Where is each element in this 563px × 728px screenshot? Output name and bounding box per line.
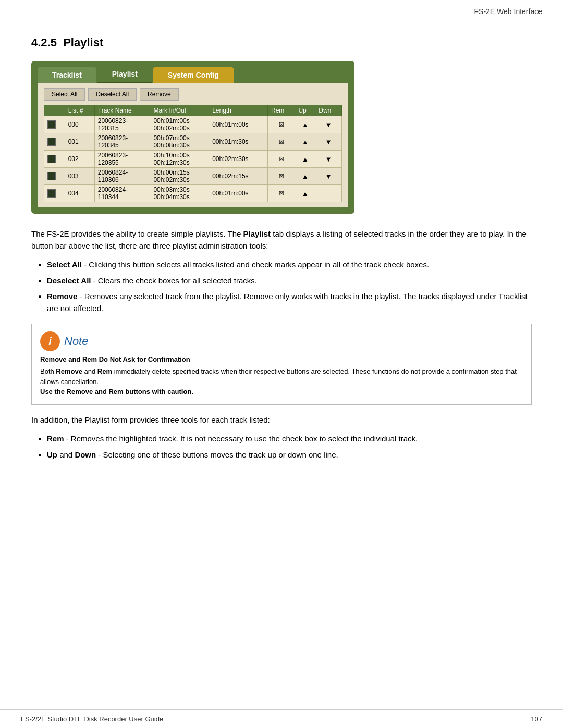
rem-icon[interactable]: ☒ (279, 121, 284, 128)
row-num: 001 (65, 133, 94, 151)
table-row: 00120060823- 12034500h:07m:00s 00h:08m:3… (44, 133, 342, 151)
col-track: Track Name (94, 105, 150, 116)
row-checkbox-cell (44, 151, 65, 168)
row-checkbox-cell (44, 185, 65, 202)
header-title: FS-2E Web Interface (474, 7, 542, 16)
row-track-name: 20060823- 120345 (94, 133, 150, 151)
table-row: 00220060823- 12035500h:10m:00s 00h:12m:3… (44, 151, 342, 168)
main-content: 4.2.5 Playlist Tracklist Playlist System… (0, 20, 563, 489)
body-paragraph: The FS-2E provides the ability to create… (31, 228, 532, 252)
down-arrow-icon[interactable]: ▼ (325, 155, 332, 163)
tab-playlist[interactable]: Playlist (97, 66, 152, 83)
col-rem: Rem (267, 105, 295, 116)
up-arrow-icon[interactable]: ▲ (302, 121, 309, 129)
select-all-button[interactable]: Select All (44, 88, 85, 101)
down-arrow-icon[interactable]: ▼ (325, 172, 332, 180)
row-rem-cell: ☒ (267, 133, 295, 151)
row-length: 00h:02m:15s (209, 168, 268, 185)
row-up-cell: ▲ (295, 168, 315, 185)
row-num: 003 (65, 168, 94, 185)
page-header: FS-2E Web Interface (0, 0, 563, 20)
row-mark: 00h:03m:30s 00h:04m:30s (150, 185, 209, 202)
col-check (44, 105, 65, 116)
row-down-cell: ▼ (315, 116, 342, 133)
rem-icon[interactable]: ☒ (279, 173, 284, 179)
row-rem-cell: ☒ (267, 116, 295, 133)
row-mark: 00h:07m:00s 00h:08m:30s (150, 133, 209, 151)
deselect-all-button[interactable]: Deselect All (88, 88, 137, 101)
row-up-cell: ▲ (295, 151, 315, 168)
row-num: 002 (65, 151, 94, 168)
row-mark: 00h:00m:15s 00h:02m:30s (150, 168, 209, 185)
table-row: 00020060823- 12031500h:01m:00s 00h:02m:0… (44, 116, 342, 133)
row-track-name: 20060824- 110306 (94, 168, 150, 185)
note-body: Both Remove and Rem immediately delete s… (40, 366, 523, 397)
row-rem-cell: ☒ (267, 185, 295, 202)
up-arrow-icon[interactable]: ▲ (302, 190, 309, 198)
rem-icon[interactable]: ☒ (279, 139, 284, 145)
bullet-deselect-all: Deselect All - Clears the check boxes fo… (47, 275, 532, 287)
footer-right: 107 (531, 715, 542, 723)
down-arrow-icon[interactable]: ▼ (325, 121, 332, 129)
row-checkbox[interactable] (47, 155, 56, 163)
note-icon: i (40, 331, 60, 351)
row-rem-cell: ☒ (267, 151, 295, 168)
row-length: 00h:01m:00s (209, 185, 268, 202)
rem-icon[interactable]: ☒ (279, 156, 284, 162)
table-row: 00320060824- 11030600h:00m:15s 00h:02m:3… (44, 168, 342, 185)
row-checkbox-cell (44, 133, 65, 151)
row-mark: 00h:10m:00s 00h:12m:30s (150, 151, 209, 168)
up-arrow-icon[interactable]: ▲ (302, 138, 309, 146)
tab-sysconfig[interactable]: System Config (153, 67, 234, 83)
row-rem-cell: ☒ (267, 168, 295, 185)
section-number: 4.2.5 (31, 36, 57, 49)
screenshot-container: Tracklist Playlist System Config Select … (31, 61, 354, 214)
down-arrow-icon[interactable]: ▼ (325, 138, 332, 146)
bullet-select-all: Select All - Clicking this button select… (47, 259, 532, 271)
row-down-cell: ▼ (315, 151, 342, 168)
bullet-rem: Rem - Removes the highlighted track. It … (47, 433, 532, 445)
col-list: List # (65, 105, 94, 116)
row-checkbox[interactable] (47, 120, 56, 129)
additional-intro: In addition, the Playlist form provides … (31, 414, 532, 426)
footer-left: FS-2/2E Studio DTE Disk Recorder User Gu… (21, 715, 163, 723)
inner-panel: Select All Deselect All Remove List # Tr… (38, 83, 348, 207)
button-bar: Select All Deselect All Remove (44, 88, 342, 101)
bullet-up-down: Up and Down - Selecting one of these but… (47, 449, 532, 461)
row-down-cell (315, 185, 342, 202)
rem-icon[interactable]: ☒ (279, 190, 284, 196)
row-track-name: 20060824- 110344 (94, 185, 150, 202)
row-mark: 00h:01m:00s 00h:02m:00s (150, 116, 209, 133)
row-checkbox[interactable] (47, 138, 56, 146)
row-checkbox-cell (44, 168, 65, 185)
tabs-row: Tracklist Playlist System Config (38, 66, 348, 83)
col-mark: Mark In/Out (150, 105, 209, 116)
remove-button[interactable]: Remove (140, 88, 179, 101)
row-down-cell: ▼ (315, 168, 342, 185)
row-checkbox[interactable] (47, 189, 56, 198)
bullets-list-1: Select All - Clicking this button select… (47, 259, 532, 314)
note-bold-line: Remove and Rem Do Not Ask for Confirmati… (40, 355, 523, 363)
row-track-name: 20060823- 120355 (94, 151, 150, 168)
row-up-cell: ▲ (295, 185, 315, 202)
row-length: 00h:02m:30s (209, 151, 268, 168)
row-num: 000 (65, 116, 94, 133)
col-length: Length (209, 105, 268, 116)
row-up-cell: ▲ (295, 116, 315, 133)
section-heading: 4.2.5 Playlist (31, 36, 532, 50)
playlist-table: List # Track Name Mark In/Out Length Rem… (44, 105, 342, 202)
note-title: Note (64, 335, 88, 348)
col-up: Up (295, 105, 315, 116)
row-down-cell: ▼ (315, 133, 342, 151)
table-row: 00420060824- 11034400h:03m:30s 00h:04m:3… (44, 185, 342, 202)
row-length: 00h:01m:30s (209, 133, 268, 151)
row-num: 004 (65, 185, 94, 202)
note-header: i Note (40, 331, 523, 351)
row-up-cell: ▲ (295, 133, 315, 151)
up-arrow-icon[interactable]: ▲ (302, 155, 309, 163)
row-length: 00h:01m:00s (209, 116, 268, 133)
section-title: Playlist (63, 36, 103, 49)
up-arrow-icon[interactable]: ▲ (302, 172, 309, 180)
row-checkbox[interactable] (47, 172, 56, 180)
tab-tracklist[interactable]: Tracklist (38, 67, 96, 83)
